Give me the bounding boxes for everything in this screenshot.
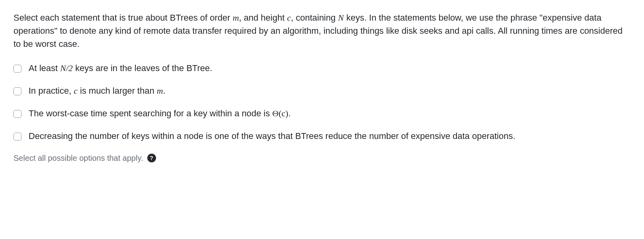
- hint-text: Select all possible options that apply.: [13, 152, 143, 164]
- checkbox-option-1[interactable]: [13, 65, 21, 73]
- var-m: m: [157, 86, 163, 96]
- option-1: At least N/2 keys are in the leaves of t…: [13, 62, 631, 75]
- option-text: In practice,: [29, 86, 74, 96]
- checkbox-option-2[interactable]: [13, 87, 21, 95]
- option-2-label[interactable]: In practice, c is much larger than m.: [29, 84, 631, 97]
- option-2: In practice, c is much larger than m.: [13, 84, 631, 97]
- math-n-over-2: N/2: [60, 63, 73, 73]
- math-theta-c: Θ(c): [272, 108, 288, 118]
- question-prompt: Select each statement that is true about…: [13, 11, 631, 50]
- help-icon[interactable]: ?: [147, 154, 156, 162]
- option-4: Decreasing the number of keys within a n…: [13, 129, 631, 143]
- option-3-label[interactable]: The worst-case time spent searching for …: [29, 107, 631, 120]
- option-3: The worst-case time spent searching for …: [13, 107, 631, 120]
- var-m: m: [233, 13, 239, 23]
- option-text: .: [288, 108, 291, 118]
- option-text: .: [163, 86, 166, 96]
- option-text: The worst-case time spent searching for …: [29, 108, 272, 118]
- prompt-text: , containing: [291, 13, 338, 23]
- prompt-text: , and height: [239, 13, 287, 23]
- var-c: c: [287, 13, 291, 23]
- option-text: At least: [29, 63, 60, 73]
- prompt-text: Select each statement that is true about…: [13, 13, 233, 23]
- option-text: is much larger than: [77, 86, 156, 96]
- checkbox-option-3[interactable]: [13, 110, 21, 118]
- option-text: keys are in the leaves of the BTree.: [73, 63, 212, 73]
- options-list: At least N/2 keys are in the leaves of t…: [13, 62, 631, 143]
- checkbox-option-4[interactable]: [13, 133, 21, 141]
- option-text: Decreasing the number of keys within a n…: [29, 131, 515, 141]
- var-n: N: [338, 13, 344, 23]
- option-4-label[interactable]: Decreasing the number of keys within a n…: [29, 129, 631, 143]
- hint-row: Select all possible options that apply. …: [13, 152, 631, 164]
- option-1-label[interactable]: At least N/2 keys are in the leaves of t…: [29, 62, 631, 75]
